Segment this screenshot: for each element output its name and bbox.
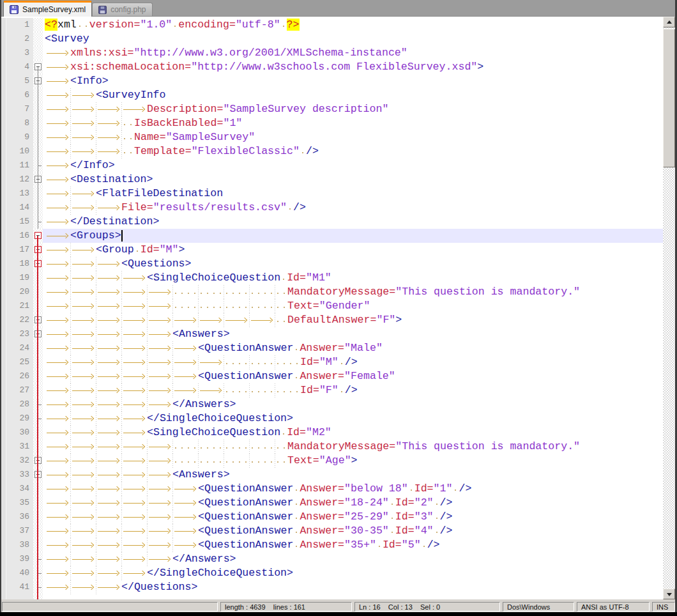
code-line[interactable]: 4xsi:schemaLocation="http://www.w3school… [1,60,663,74]
bookmark-margin-cell[interactable] [1,482,6,496]
code-text[interactable]: <Answers> [43,468,663,482]
code-line[interactable]: 5<Info> [1,74,663,88]
bookmark-margin-cell[interactable] [1,383,6,397]
bookmark-margin-cell[interactable] [1,538,6,552]
code-line[interactable]: 37<QuestionAnswerAnswer="30-35"Id="4"/> [1,524,663,538]
code-text[interactable]: <QuestionAnswerAnswer="35+"Id="5"/> [43,538,663,552]
code-text[interactable]: Id="M"/> [43,355,663,369]
code-line[interactable]: 11</Info> [1,158,663,173]
bookmark-margin-cell[interactable] [1,566,6,580]
code-line[interactable]: 32Text="Age"> [1,454,663,468]
code-line[interactable]: 10Template="FlexibleClassic"/> [1,144,663,158]
tab-samplesurvey-xml[interactable]: SampleSurvey.xml [3,1,92,17]
code-text[interactable]: <SingleChoiceQuestionId="M1" [43,271,663,285]
bookmark-margin-cell[interactable] [1,454,6,468]
code-line[interactable]: 23<Answers> [1,327,663,341]
bookmark-margin-cell[interactable] [1,510,6,524]
bookmark-margin-cell[interactable] [1,60,6,74]
code-line[interactable]: 2<Survey [1,32,663,46]
code-line[interactable]: 22DefaultAnswer="F"> [1,313,663,327]
code-line[interactable]: 6<SurveyInfo [1,88,663,102]
code-line[interactable]: 34<QuestionAnswerAnswer="below 18"Id="1"… [1,482,663,496]
bookmark-margin-cell[interactable] [1,355,6,369]
bookmark-margin-cell[interactable] [1,74,6,88]
bookmark-margin-cell[interactable] [1,130,6,144]
code-line[interactable]: 1<?xmlversion="1.0"encoding="utf-8"?> [1,18,663,32]
code-line[interactable]: 19<SingleChoiceQuestionId="M1" [1,271,663,285]
code-text[interactable]: <SurveyInfo [43,88,663,102]
code-line[interactable]: 26<QuestionAnswerAnswer="Female" [1,369,663,383]
bookmark-margin-cell[interactable] [1,341,6,355]
code-text[interactable]: File="results/results.csv"/> [43,201,663,215]
code-line[interactable]: 28</Answers> [1,397,663,412]
code-text[interactable]: <Destination> [43,173,663,187]
code-line[interactable]: 31MandatoryMessage="This question is man… [1,440,663,454]
code-line[interactable]: 16<Groups> [1,229,663,243]
code-text[interactable]: Id="F"/> [43,383,663,397]
code-text[interactable]: <Info> [43,74,663,88]
code-text[interactable]: <QuestionAnswerAnswer="30-35"Id="4"/> [43,524,663,538]
code-line[interactable]: 13<FlatFileDestination [1,187,663,201]
code-text[interactable]: <QuestionAnswerAnswer="18-24"Id="2"/> [43,496,663,510]
bookmark-margin-cell[interactable] [1,412,6,426]
code-line[interactable]: 35<QuestionAnswerAnswer="18-24"Id="2"/> [1,496,663,510]
code-line[interactable]: 27Id="F"/> [1,383,663,397]
tab-config-php[interactable]: config.php [92,3,152,16]
bookmark-margin-cell[interactable] [1,215,6,229]
bookmark-margin-cell[interactable] [1,369,6,383]
bookmark-margin-cell[interactable] [1,257,6,271]
code-text[interactable]: <Groups> [43,229,663,243]
scroll-up-button[interactable] [663,17,675,27]
bookmark-margin-cell[interactable] [1,243,6,257]
code-line[interactable]: 36<QuestionAnswerAnswer="25-29"Id="3"/> [1,510,663,524]
code-line[interactable]: 3xmlns:xsi="http://www.w3.org/2001/XMLSc… [1,46,663,60]
code-text[interactable]: </Info> [43,158,663,173]
code-text[interactable]: </Answers> [43,552,663,566]
code-line[interactable]: 17<GroupId="M"> [1,243,663,257]
code-text[interactable]: Template="FlexibleClassic"/> [43,144,663,158]
bookmark-margin-cell[interactable] [1,187,6,201]
code-text[interactable]: <QuestionAnswerAnswer="25-29"Id="3"/> [43,510,663,524]
code-line[interactable]: 25Id="M"/> [1,355,663,369]
code-text[interactable]: Description="SampleSurvey description" [43,102,663,116]
scroll-down-button[interactable] [663,589,675,599]
code-line[interactable]: 12<Destination> [1,173,663,187]
code-text[interactable]: DefaultAnswer="F"> [43,313,663,327]
code-line[interactable]: 14File="results/results.csv"/> [1,201,663,215]
bookmark-margin-cell[interactable] [1,46,6,60]
bookmark-margin-cell[interactable] [1,299,6,313]
bookmark-margin-cell[interactable] [1,229,6,243]
code-line[interactable]: 24<QuestionAnswerAnswer="Male" [1,341,663,355]
code-text[interactable]: </SingleChoiceQuestion> [43,412,663,426]
code-text[interactable]: Text="Age"> [43,454,663,468]
scrollbar-thumb[interactable] [663,29,675,167]
code-line[interactable]: 40</SingleChoiceQuestion> [1,566,663,580]
bookmark-margin-cell[interactable] [1,313,6,327]
code-text[interactable]: </Answers> [43,397,663,412]
code-text[interactable]: xmlns:xsi="http://www.w3.org/2001/XMLSch… [43,46,663,60]
code-line[interactable]: 30<SingleChoiceQuestionId="M2" [1,426,663,440]
code-text[interactable]: <Questions> [43,257,663,271]
code-text[interactable]: </Destination> [43,215,663,229]
bookmark-margin-cell[interactable] [1,440,6,454]
code-text[interactable]: Text="Gender" [43,299,663,313]
bookmark-margin-cell[interactable] [1,102,6,116]
code-text[interactable]: IsBackEnabled="1" [43,116,663,130]
bookmark-margin-cell[interactable] [1,32,6,46]
code-text[interactable]: </SingleChoiceQuestion> [43,566,663,580]
bookmark-margin-cell[interactable] [1,468,6,482]
code-line[interactable]: 8IsBackEnabled="1" [1,116,663,130]
code-line[interactable]: 18<Questions> [1,257,663,271]
code-text[interactable]: xsi:schemaLocation="http://www.w3schools… [43,60,663,74]
code-text[interactable]: <?xmlversion="1.0"encoding="utf-8"?> [43,18,663,32]
code-line[interactable]: 41</Questions> [1,580,663,594]
editor-area[interactable]: 1<?xmlversion="1.0"encoding="utf-8"?>2<S… [1,17,663,599]
bookmark-margin-cell[interactable] [1,524,6,538]
bookmark-margin-cell[interactable] [1,88,6,102]
bookmark-margin-cell[interactable] [1,116,6,130]
bookmark-margin-cell[interactable] [1,496,6,510]
code-text[interactable]: <SingleChoiceQuestionId="M2" [43,426,663,440]
code-line[interactable]: 39</Answers> [1,552,663,566]
code-text[interactable]: MandatoryMessage="This question is manda… [43,285,663,299]
bookmark-margin-cell[interactable] [1,173,6,187]
